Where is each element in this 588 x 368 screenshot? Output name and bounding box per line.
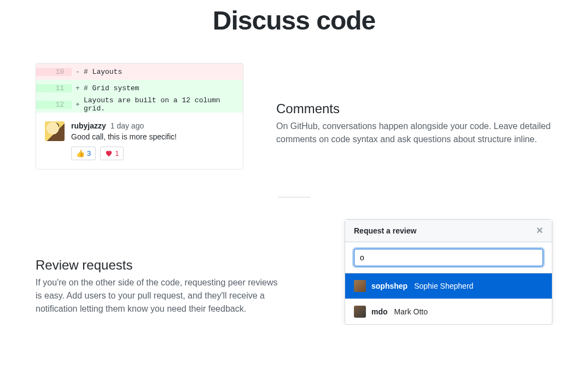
line-number: 12 [36,101,72,109]
comment-timestamp: 1 day ago [110,121,144,130]
line-number: 11 [36,84,72,92]
avatar [354,306,366,318]
comments-description: On GitHub, conversations happen alongsid… [276,120,552,146]
diff-code: # Grid system [84,84,243,92]
comment-text: Good call, this is more specific! [71,132,234,141]
avatar [45,121,65,141]
diff-sign: - [72,68,84,76]
reaction-count: 3 [87,149,91,157]
review-requests-description: If you're on the other side of the code,… [36,276,278,316]
avatar [354,280,366,292]
reviewer-result[interactable]: sophshep Sophie Shepherd [345,273,552,299]
diff-sign: + [72,101,84,109]
comments-heading: Comments [276,101,552,116]
inline-comment: rubyjazzy 1 day ago Good call, this is m… [36,113,243,169]
line-number: 10 [36,68,72,76]
reviewer-username: sophshep [371,282,407,290]
diff-line-added: 12 + Layouts are built on a 12 column gr… [36,96,243,113]
diff-line-removed: 10 - # Layouts [36,63,243,80]
review-requests-heading: Review requests [36,258,278,273]
close-icon[interactable]: ✕ [536,226,543,235]
divider [278,197,311,197]
comment-author[interactable]: rubyjazzy [71,121,106,130]
reaction-count: 1 [115,149,119,157]
reviewer-username: mdo [371,307,388,316]
diff-code: Layouts are built on a 12 column grid. [84,96,243,113]
diff-card: 10 - # Layouts 11 + # Grid system 12 + L… [36,63,243,170]
reaction-heart[interactable]: 1 [100,147,124,160]
thumbs-up-icon: 👍 [76,149,85,157]
reaction-thumbs-up[interactable]: 👍 3 [71,147,96,160]
reviewer-search-input[interactable] [354,249,543,266]
reviewer-result[interactable]: mdo Mark Otto [345,299,552,324]
reviewer-fullname: Sophie Shepherd [414,282,473,290]
diff-sign: + [72,84,84,92]
request-review-popover: Request a review ✕ sophshep Sophie Sheph… [345,219,552,325]
diff-line-added: 11 + # Grid system [36,80,243,96]
diff-code: # Layouts [84,68,243,76]
reviewer-fullname: Mark Otto [394,307,428,316]
page-title: Discuss code [36,5,552,36]
heart-icon [105,150,113,157]
popover-title: Request a review [354,226,416,235]
